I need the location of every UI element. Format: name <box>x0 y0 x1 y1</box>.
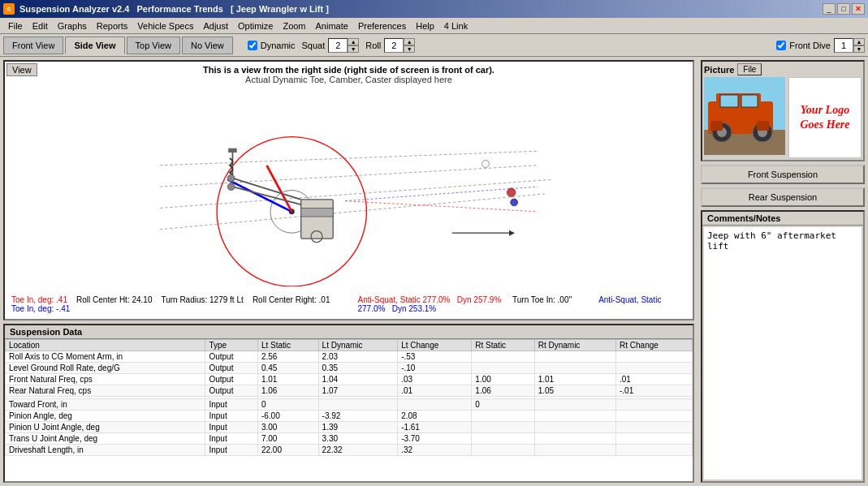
table-row: Pinion Angle, degInput-6.00-3.922.08 <box>6 411 693 422</box>
table-row: Level Ground Roll Rate, deg/GOutput0.450… <box>6 363 693 374</box>
front-dive-input[interactable]: 1 <box>834 38 853 53</box>
tabbar: Front View Side View Top View No View Dy… <box>0 34 868 57</box>
svg-rect-12 <box>301 208 334 217</box>
col-lt-static: Lt Static <box>257 340 318 351</box>
app-title: Suspension Analyzer v2.4 Performance Tre… <box>19 4 329 14</box>
svg-rect-29 <box>720 95 738 107</box>
svg-rect-35 <box>710 121 723 131</box>
svg-point-24 <box>511 199 518 206</box>
menu-4link[interactable]: 4 Link <box>439 19 473 32</box>
roll-label: Roll <box>365 41 381 50</box>
right-panel: Picture File <box>697 57 868 486</box>
col-type: Type <box>205 340 258 351</box>
roll-center-ht-value: 24.10 <box>132 295 152 304</box>
table-row: Driveshaft Length, inInput22.0022.32.32 <box>6 445 693 456</box>
data-table: Location Type Lt Static Lt Dynamic Lt Ch… <box>5 339 693 456</box>
tab-top-view[interactable]: Top View <box>127 37 180 54</box>
roll-input[interactable]: 2 <box>384 38 404 53</box>
roll-center-ht-label: Roll Center Ht: <box>76 295 130 304</box>
menu-vehicle-specs[interactable]: Vehicle Specs <box>132 19 198 32</box>
squat-down-button[interactable]: ▼ <box>348 45 359 53</box>
tab-front-view[interactable]: Front View <box>3 37 63 54</box>
window-controls: _ □ ✕ <box>823 3 865 15</box>
status-bar: Toe In, deg: .41 Roll Center Ht: 24.10 T… <box>5 290 693 319</box>
menu-edit[interactable]: Edit <box>28 19 53 32</box>
picture-header: Picture File <box>704 63 862 75</box>
svg-point-18 <box>227 174 235 182</box>
roll-center-right-value: .01 <box>319 295 330 304</box>
squat-up-button[interactable]: ▲ <box>348 38 359 45</box>
turn-radius-value: 1279 ft Lt <box>209 295 244 304</box>
svg-rect-11 <box>301 200 334 239</box>
turn-toe-in-label: Turn Toe In: <box>512 295 555 304</box>
col-lt-change: Lt Change <box>398 340 472 351</box>
picture-label: Picture <box>704 65 734 75</box>
svg-marker-21 <box>509 230 515 236</box>
table-row: Front Natural Freq, cpsOutput1.011.04.03… <box>6 374 693 385</box>
picture-file-button[interactable]: File <box>737 63 762 75</box>
svg-rect-30 <box>741 95 758 107</box>
tab-side-view[interactable]: Side View <box>65 37 124 54</box>
data-table-body: Roll Axis to CG Moment Arm, inOutput2.56… <box>6 351 693 456</box>
roll-up-button[interactable]: ▲ <box>404 38 415 45</box>
view-title: This is a view from the right side (righ… <box>5 65 693 75</box>
svg-point-19 <box>227 183 235 191</box>
turn-radius-label: Turn Radius: <box>161 295 207 304</box>
data-table-wrapper[interactable]: Location Type Lt Static Lt Dynamic Lt Ch… <box>5 339 693 481</box>
menu-file[interactable]: File <box>3 19 28 32</box>
menu-zoom[interactable]: Zoom <box>278 19 310 32</box>
col-rt-dynamic: Rt Dynamic <box>534 340 615 351</box>
app-icon: S <box>3 3 15 15</box>
menu-reports[interactable]: Reports <box>92 19 133 32</box>
picture-box: Picture File <box>701 60 865 161</box>
comments-header: Comments/Notes <box>702 212 863 226</box>
toe-in-right-label: Toe In, deg: <box>11 304 54 313</box>
table-row: Roll Axis to CG Moment Arm, inOutput2.56… <box>6 351 693 363</box>
front-dive-checkbox[interactable] <box>776 41 786 50</box>
view-label: View <box>6 63 37 76</box>
minimize-button[interactable]: _ <box>823 3 836 15</box>
titlebar: S Suspension Analyzer v2.4 Performance T… <box>0 0 868 18</box>
dyn-left: Dyn 257.9% <box>457 295 503 304</box>
svg-line-1 <box>160 166 538 187</box>
comments-textarea[interactable] <box>704 227 862 480</box>
col-rt-static: Rt Static <box>472 340 534 351</box>
close-button[interactable]: ✕ <box>852 3 865 15</box>
roll-center-right-label: Roll Center Right: <box>253 295 317 304</box>
tab-no-view[interactable]: No View <box>182 37 233 54</box>
maximize-button[interactable]: □ <box>837 3 850 15</box>
toe-in-label: Toe In, deg: <box>11 295 54 304</box>
roll-down-button[interactable]: ▼ <box>404 45 415 53</box>
menu-animate[interactable]: Animate <box>311 19 353 32</box>
front-dive-label: Front Dive <box>789 41 831 50</box>
table-row: Toward Front, inInput00 <box>6 399 693 411</box>
rear-suspension-button[interactable]: Rear Suspension <box>701 187 865 207</box>
menu-optimize[interactable]: Optimize <box>233 19 278 32</box>
table-row: Rear Natural Freq, cpsOutput1.061.07.011… <box>6 385 693 397</box>
menu-preferences[interactable]: Preferences <box>353 19 411 32</box>
suspension-data-section: Suspension Data Location Type Lt Static … <box>3 324 694 483</box>
col-rt-change: Rt Change <box>616 340 693 351</box>
menu-graphs[interactable]: Graphs <box>53 19 92 32</box>
toe-in-value: .41 <box>56 295 67 304</box>
main-area: View This is a view from the right side … <box>0 57 868 486</box>
svg-rect-36 <box>757 121 769 131</box>
menu-help[interactable]: Help <box>411 19 439 32</box>
svg-rect-15 <box>228 148 237 153</box>
anti-squat-left: Anti-Squat, Static 277.0% <box>357 295 452 304</box>
front-dive-up-button[interactable]: ▲ <box>853 38 865 45</box>
view-subtitle: Actual Dynamic Toe, Camber, Caster displ… <box>5 75 693 84</box>
front-suspension-button[interactable]: Front Suspension <box>701 165 865 184</box>
front-dive-down-button[interactable]: ▼ <box>853 45 865 53</box>
squat-label: Squat <box>302 41 326 50</box>
picture-content: Your LogoGoes Here <box>704 77 862 158</box>
squat-input[interactable]: 2 <box>328 38 348 53</box>
left-panel: View This is a view from the right side … <box>0 57 697 486</box>
col-lt-dynamic: Lt Dynamic <box>318 340 398 351</box>
logo-area: Your LogoGoes Here <box>788 77 862 158</box>
dynamic-checkbox[interactable] <box>248 41 257 50</box>
svg-point-23 <box>507 188 516 197</box>
svg-point-22 <box>482 161 490 168</box>
menu-adjust[interactable]: Adjust <box>198 19 233 32</box>
dynamic-label: Dynamic <box>261 41 296 50</box>
